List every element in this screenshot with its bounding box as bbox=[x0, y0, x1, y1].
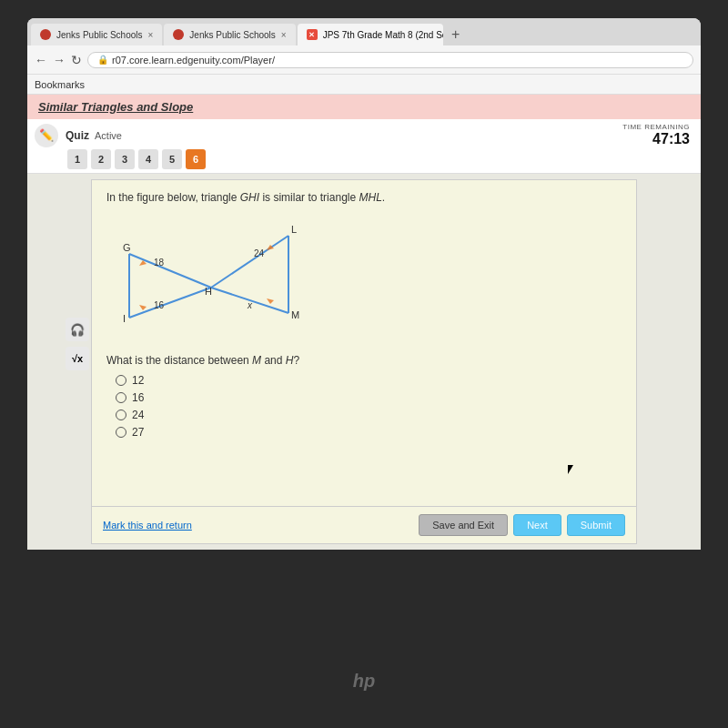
next-button[interactable]: Next bbox=[513, 514, 561, 536]
svg-text:18: 18 bbox=[154, 258, 165, 268]
choice-row-3: 24 bbox=[116, 409, 622, 421]
choice-label-2: 16 bbox=[132, 391, 144, 404]
url-text: r07.core.learn.edgenuity.com/Player/ bbox=[112, 55, 275, 66]
choice-label-1: 12 bbox=[132, 374, 144, 387]
time-value: 47:13 bbox=[622, 131, 690, 147]
bottom-buttons: Save and Exit Next Submit bbox=[419, 514, 625, 536]
hp-logo: hp bbox=[353, 671, 375, 692]
address-bar: ← → ↻ 🔒 r07.core.learn.edgenuity.com/Pla… bbox=[27, 46, 701, 75]
page-title-header: Similar Triangles and Slope bbox=[38, 100, 193, 114]
svg-line-3 bbox=[211, 236, 288, 288]
tab-favicon-3: ✕ bbox=[307, 29, 318, 40]
tab-bar: Jenks Public Schools × Jenks Public Scho… bbox=[27, 18, 701, 46]
url-field[interactable]: 🔒 r07.core.learn.edgenuity.com/Player/ bbox=[87, 52, 693, 68]
q-num-4[interactable]: 4 bbox=[138, 149, 158, 169]
question-text: In the figure below, triangle GHI is sim… bbox=[106, 191, 622, 204]
choice-row-2: 16 bbox=[116, 391, 622, 404]
outer-frame: Jenks Public Schools × Jenks Public Scho… bbox=[0, 0, 728, 728]
sub-question-text: What is the distance between M and H? bbox=[106, 354, 622, 367]
quiz-panel: In the figure below, triangle GHI is sim… bbox=[91, 179, 637, 507]
tab-favicon-2 bbox=[173, 29, 184, 40]
svg-text:G: G bbox=[123, 242, 131, 253]
page-content: Similar Triangles and Slope ✏️ Quiz Acti… bbox=[27, 95, 701, 550]
back-button[interactable]: ← bbox=[35, 53, 47, 67]
q-num-5[interactable]: 5 bbox=[162, 149, 182, 169]
q-num-1[interactable]: 1 bbox=[67, 149, 87, 169]
radio-2[interactable] bbox=[116, 392, 126, 403]
pencil-icon[interactable]: ✏️ bbox=[35, 124, 58, 147]
tab-label-2: Jenks Public Schools bbox=[189, 30, 276, 40]
time-label: TIME REMAINING bbox=[622, 123, 690, 131]
radio-3[interactable] bbox=[116, 410, 126, 420]
lock-icon: 🔒 bbox=[97, 55, 108, 65]
tab-add-button[interactable]: + bbox=[445, 24, 467, 46]
bottom-action-bar: Mark this and return Save and Exit Next … bbox=[91, 507, 637, 544]
radio-1[interactable] bbox=[116, 375, 126, 386]
mark-link[interactable]: Mark this and return bbox=[103, 520, 192, 531]
geometry-figure: G I L M H 18 24 16 x bbox=[116, 213, 316, 345]
tab-jenks-1[interactable]: Jenks Public Schools × bbox=[31, 24, 162, 46]
svg-line-0 bbox=[129, 254, 211, 288]
q-num-6[interactable]: 6 bbox=[186, 149, 206, 169]
sidebar: 🎧 √x bbox=[66, 318, 89, 370]
choice-row-4: 27 bbox=[116, 426, 622, 439]
submit-button[interactable]: Submit bbox=[567, 514, 625, 536]
svg-text:x: x bbox=[247, 300, 253, 310]
calculator-icon[interactable]: √x bbox=[66, 347, 89, 370]
tab-label-1: Jenks Public Schools bbox=[56, 30, 143, 40]
forward-button[interactable]: → bbox=[53, 53, 66, 67]
tab-close-2[interactable]: × bbox=[281, 30, 287, 40]
tab-jps-math[interactable]: ✕ JPS 7th Grade Math 8 (2nd Sem × bbox=[298, 24, 443, 46]
tab-label-3: JPS 7th Grade Math 8 (2nd Sem bbox=[323, 30, 443, 40]
tab-favicon-1 bbox=[40, 29, 51, 40]
bookmarks-label: Bookmarks bbox=[35, 79, 85, 90]
svg-text:M: M bbox=[291, 309, 299, 320]
edgenuity-header: Similar Triangles and Slope bbox=[27, 95, 701, 119]
browser-window: Jenks Public Schools × Jenks Public Scho… bbox=[27, 18, 701, 550]
answer-choices: 12 16 24 27 bbox=[116, 374, 622, 439]
svg-marker-7 bbox=[139, 305, 147, 310]
quiz-label: Quiz bbox=[66, 129, 89, 142]
svg-text:24: 24 bbox=[254, 248, 265, 258]
svg-marker-9 bbox=[267, 298, 274, 304]
q-num-2[interactable]: 2 bbox=[91, 149, 111, 169]
bookmarks-bar: Bookmarks bbox=[27, 75, 701, 95]
choice-row-1: 12 bbox=[116, 374, 622, 387]
headphones-icon[interactable]: 🎧 bbox=[66, 318, 89, 341]
tab-close-1[interactable]: × bbox=[148, 30, 154, 40]
q-num-3[interactable]: 3 bbox=[115, 149, 135, 169]
svg-text:L: L bbox=[291, 224, 297, 235]
tab-jenks-2[interactable]: Jenks Public Schools × bbox=[164, 24, 295, 46]
svg-text:H: H bbox=[205, 286, 212, 297]
svg-text:I: I bbox=[123, 313, 126, 324]
choice-label-4: 27 bbox=[132, 426, 144, 439]
active-label: Active bbox=[95, 130, 122, 141]
choice-label-3: 24 bbox=[132, 409, 144, 421]
svg-text:16: 16 bbox=[154, 300, 165, 310]
save-exit-button[interactable]: Save and Exit bbox=[419, 514, 508, 536]
refresh-button[interactable]: ↻ bbox=[71, 53, 82, 67]
svg-line-1 bbox=[129, 288, 211, 318]
radio-4[interactable] bbox=[116, 427, 126, 438]
